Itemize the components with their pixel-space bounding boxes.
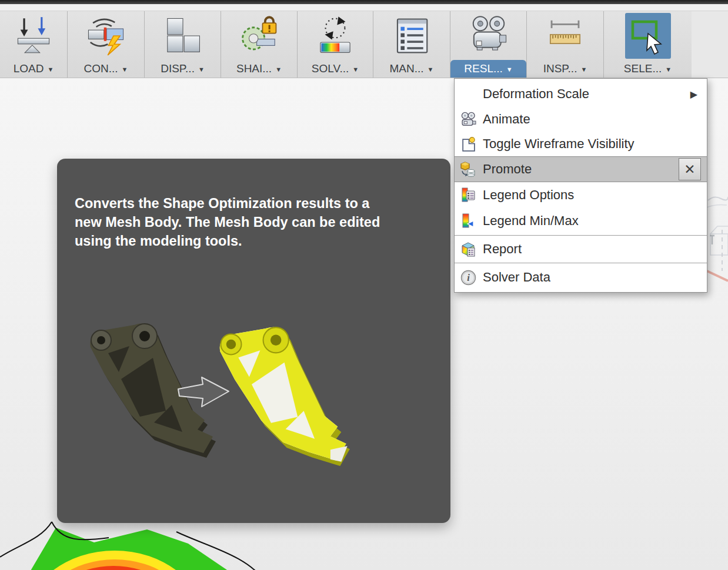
solve-icon [298, 11, 373, 60]
dropdown-caret-icon: ▼ [665, 66, 672, 73]
menu-item-report[interactable]: Report [455, 237, 707, 261]
dropdown-caret-icon: ▼ [428, 66, 434, 73]
load-icon [0, 11, 67, 60]
dropdown-caret-icon: ▼ [122, 66, 128, 73]
tooltip-description: Converts the Shape Optimization results … [75, 194, 436, 250]
report-icon [459, 240, 477, 258]
dropdown-caret-icon: ▼ [352, 66, 359, 73]
menu-item-legend-options[interactable]: Legend Options [455, 182, 707, 208]
dropdown-caret-icon: ▼ [580, 66, 587, 73]
dropdown-caret-icon: ▼ [47, 66, 54, 73]
menu-separator [455, 263, 707, 263]
animate-icon [459, 110, 477, 128]
dropdown-caret-icon: ▼ [198, 66, 205, 73]
promote-tooltip: Converts the Shape Optimization results … [57, 159, 450, 523]
toolbar-group-select[interactable]: SELE...▼ [604, 11, 692, 78]
toolbar-group-display[interactable]: DISP...▼ [145, 11, 221, 78]
toolbar-label-manage: MAN...▼ [373, 60, 450, 78]
toolbar-label-results: RESL...▼ [450, 60, 526, 78]
toolbar-group-solve[interactable]: SOLV...▼ [298, 11, 373, 78]
contacts-icon [68, 11, 144, 60]
shape-optimization-icon [221, 11, 297, 60]
toolbar-group-contacts[interactable]: CON...▼ [68, 11, 145, 78]
toolbar-label-select: SELE...▼ [604, 60, 692, 78]
ribbon-toolbar: LOAD▼ CON...▼ [0, 11, 692, 78]
toolbar-group-shape-optimization[interactable]: SHAI...▼ [221, 11, 298, 78]
toolbar-label-display: DISP...▼ [145, 60, 221, 78]
dropdown-caret-icon: ▼ [506, 66, 513, 73]
menu-item-promote[interactable]: Promote ✕ [455, 156, 707, 182]
menu-separator [455, 235, 707, 236]
menu-item-toggle-wireframe[interactable]: Toggle Wireframe Visibility [455, 132, 707, 156]
promote-icon [459, 160, 477, 178]
app-screen: LOAD▼ CON...▼ [0, 0, 728, 570]
submenu-arrow-icon: ▶ [690, 89, 697, 100]
display-icon [145, 11, 221, 60]
window-titlebar [0, 0, 728, 4]
promote-close-button[interactable]: ✕ [679, 158, 701, 180]
menu-item-deformation-scale[interactable]: Deformation Scale ▶ [455, 81, 707, 107]
inspect-icon [527, 11, 603, 60]
shape-optimization-heatmap [0, 519, 459, 570]
menu-item-legend-minmax[interactable]: Legend Min/Max [455, 208, 707, 234]
toolbar-empty-area [692, 11, 728, 78]
toolbar-group-manage[interactable]: MAN...▼ [373, 11, 450, 78]
solver-data-icon: i [459, 269, 477, 286]
legend-minmax-icon [459, 212, 477, 230]
svg-text:i: i [467, 272, 470, 283]
toolbar-group-results[interactable]: RESL...▼ [450, 11, 527, 78]
toolbar-label-load: LOAD▼ [0, 60, 67, 78]
manage-icon [373, 11, 450, 60]
promote-before-after-illustration [57, 306, 450, 499]
wireframe-visibility-icon [459, 135, 477, 153]
toolbar-group-load[interactable]: LOAD▼ [0, 11, 68, 78]
toolbar-label-inspect: INSP...▼ [527, 60, 603, 78]
results-icon [450, 11, 526, 60]
select-icon [625, 13, 671, 59]
viewcube-faint-decoration [704, 160, 728, 407]
legend-options-icon [459, 186, 477, 204]
dropdown-caret-icon: ▼ [275, 66, 282, 73]
toolbar-label-shape: SHAI...▼ [221, 60, 297, 78]
empty-icon-slot [459, 85, 477, 103]
results-dropdown-menu: Deformation Scale ▶ Animate [454, 78, 707, 293]
toolbar-group-inspect[interactable]: INSP...▼ [527, 11, 604, 78]
toolbar-label-solve: SOLV...▼ [298, 60, 373, 78]
menu-item-solver-data[interactable]: i Solver Data [455, 264, 707, 290]
toolbar-top-strip [0, 4, 728, 11]
toolbar-label-contacts: CON...▼ [68, 60, 144, 78]
menu-item-animate[interactable]: Animate [455, 107, 707, 132]
